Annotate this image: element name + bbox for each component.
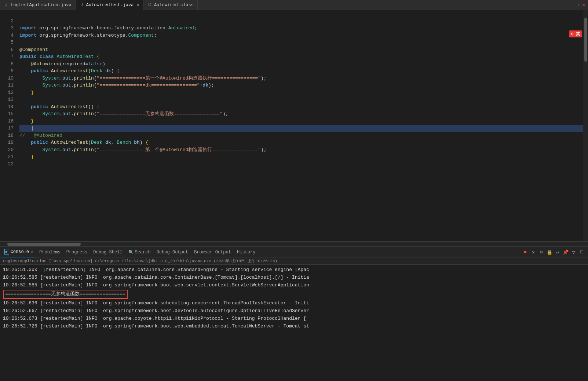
window-controls: ─ □ ✕: [574, 2, 588, 8]
console-output[interactable]: 10:26:51.xxx [restartedMain] INFO org.ap…: [0, 265, 588, 331]
code-line-2: [19, 18, 583, 25]
h-scrollbar-thumb[interactable]: [7, 243, 81, 246]
console-output-line-6: 10:26:52.667 [restartedMain] INFO org.sp…: [3, 307, 585, 315]
tab-autowiredclass[interactable]: C Autowired.class: [143, 0, 198, 10]
editor-tab-bar: J LogTestApplication.java J AutowiredTes…: [0, 0, 588, 10]
search-icon: 🔍: [128, 250, 134, 254]
console-tab-console[interactable]: ▶ Console ✕: [1, 247, 36, 257]
console-output-line-2: 10:26:52.585 [restartedMain] INFO org.ap…: [3, 274, 585, 282]
code-line-18: // @Autowired: [19, 132, 583, 139]
code-line-5: [19, 39, 583, 46]
code-line-13: [19, 96, 583, 103]
console-tab-debugoutput[interactable]: Debug Output: [154, 247, 191, 257]
code-line-1: [19, 10, 583, 18]
code-line-19: public AutowiredTest(Desk dk, Bench bh) …: [19, 139, 583, 146]
minimize-console-btn[interactable]: ▽: [570, 249, 577, 256]
editor-container: 2 3 4 5 6 7 8 9 10 11 12 13 14 15 16 17 …: [0, 10, 588, 241]
csdn-badge: S 英: [569, 30, 582, 37]
pin-btn[interactable]: 📌: [562, 249, 569, 256]
console-output-line-5: 10:26:52.636 [restartedMain] INFO org.sp…: [3, 300, 585, 307]
scrollbar-thumb[interactable]: [584, 18, 587, 62]
word-wrap-btn[interactable]: ↵: [554, 249, 561, 256]
console-actions: ■ ✕ ⊘ 🔒 ↵ 📌 ▽ □: [522, 249, 588, 256]
code-line-10: System.out.println("================第一个@…: [19, 75, 583, 82]
console-tab-bar: ▶ Console ✕ Problems Progress Debug Shel…: [0, 247, 588, 257]
clear-console-btn[interactable]: ⊘: [538, 249, 545, 256]
code-line-8: @Autowired(required=false): [19, 61, 583, 68]
stop-btn[interactable]: ■: [522, 249, 529, 256]
line-numbers: 2 3 4 5 6 7 8 9 10 11 12 13 14 15 16 17 …: [0, 10, 17, 241]
console-app-info: LogTestApplication [Java Application] C:…: [0, 257, 588, 265]
code-line-17: |: [19, 125, 583, 132]
scroll-lock-btn[interactable]: 🔒: [546, 249, 553, 256]
java-file-icon: J: [4, 3, 9, 8]
console-tab-browseroutput[interactable]: Browser Output: [191, 247, 234, 257]
console-tab-progress[interactable]: Progress: [63, 247, 91, 257]
console-tab-debugshell[interactable]: Debug Shell: [90, 247, 125, 257]
close-btn[interactable]: ✕: [582, 2, 585, 8]
console-output-line-3: 10:26:52.585 [restartedMain] INFO org.sp…: [3, 282, 585, 289]
code-line-3: import org.springframework.beans.factory…: [19, 25, 583, 32]
code-line-11: System.out.println("================dk==…: [19, 82, 583, 89]
maximize-btn[interactable]: □: [578, 3, 581, 8]
console-output-line-8: 10:26:52.726 [restartedMain] INFO org.sp…: [3, 323, 585, 330]
editor-scrollbar-horizontal[interactable]: [0, 241, 588, 246]
tab-logtestapplication[interactable]: J LogTestApplication.java: [0, 0, 76, 10]
code-line-16: }: [19, 118, 583, 125]
code-line-22: [19, 161, 583, 168]
code-line-7: public class AutowiredTest {: [19, 53, 583, 61]
console-output-line-1: 10:26:51.xxx [restartedMain] INFO org.ap…: [3, 266, 585, 274]
close-tab-icon[interactable]: ✕: [137, 3, 139, 7]
code-line-21: }: [19, 153, 583, 161]
minimize-btn[interactable]: ─: [574, 3, 577, 8]
class-file-icon: C: [147, 3, 152, 8]
highlighted-output: ================无参构造函数================: [3, 290, 128, 299]
java-file-icon-2: J: [79, 3, 84, 8]
console-tab-history[interactable]: History: [234, 247, 258, 257]
close-console-btn[interactable]: ✕: [530, 249, 537, 256]
code-line-6: @Component: [19, 46, 583, 54]
code-line-9: public AutowiredTest(Desk dk) {: [19, 67, 583, 75]
console-icon: ▶: [4, 249, 9, 254]
console-output-line-7: 10:26:52.673 [restartedMain] INFO org.ap…: [3, 315, 585, 323]
code-line-14: public AutowiredTest() {: [19, 103, 583, 111]
console-output-line-4: ================无参构造函数================: [3, 290, 585, 299]
console-tab-problems[interactable]: Problems: [36, 247, 63, 257]
code-line-12: }: [19, 89, 583, 96]
expand-console-btn[interactable]: □: [578, 249, 585, 256]
console-area: ▶ Console ✕ Problems Progress Debug Shel…: [0, 246, 588, 331]
code-line-20: System.out.println("================第二个@…: [19, 146, 583, 154]
code-line-4: import org.springframework.stereotype.Co…: [19, 32, 583, 39]
code-line-15: System.out.println("================无参构造…: [19, 110, 583, 118]
code-content[interactable]: import org.springframework.beans.factory…: [17, 10, 583, 241]
console-tab-search[interactable]: 🔍 Search: [125, 247, 154, 257]
tab-autowiredtest[interactable]: J AutowiredTest.java ✕: [76, 0, 143, 10]
editor-scrollbar-vertical[interactable]: [583, 10, 588, 241]
